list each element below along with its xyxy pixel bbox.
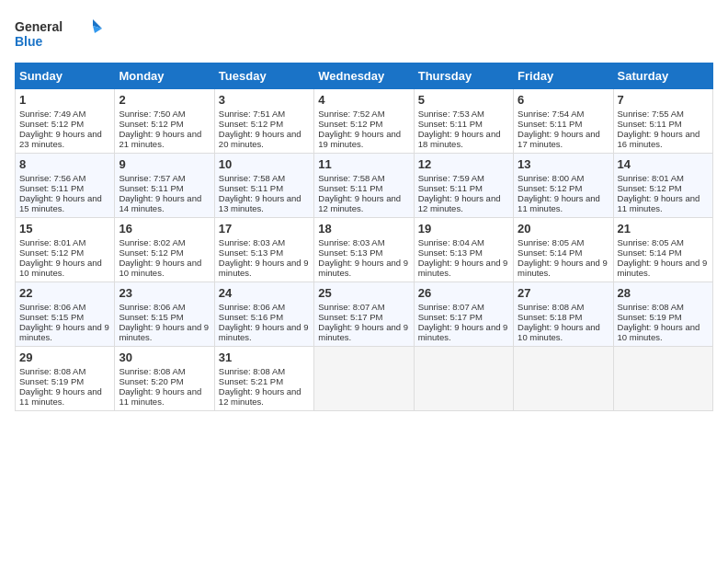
day-cell bbox=[613, 347, 712, 411]
daylight-text: Daylight: 9 hours and 11 minutes. bbox=[618, 193, 709, 213]
daylight-text: Daylight: 9 hours and 21 minutes. bbox=[119, 129, 210, 149]
sunrise-text: Sunrise: 8:06 AM bbox=[19, 302, 110, 312]
day-number: 8 bbox=[19, 157, 110, 171]
sunrise-text: Sunrise: 8:06 AM bbox=[119, 302, 210, 312]
daylight-text: Daylight: 9 hours and 12 minutes. bbox=[418, 193, 509, 213]
daylight-text: Daylight: 9 hours and 23 minutes. bbox=[19, 129, 110, 149]
day-cell: 20Sunrise: 8:05 AMSunset: 5:14 PMDayligh… bbox=[514, 218, 613, 282]
day-cell bbox=[514, 347, 613, 411]
col-header-saturday: Saturday bbox=[613, 63, 712, 89]
daylight-text: Daylight: 9 hours and 12 minutes. bbox=[318, 193, 409, 213]
week-row-4: 22Sunrise: 8:06 AMSunset: 5:15 PMDayligh… bbox=[16, 282, 713, 347]
sunset-text: Sunset: 5:11 PM bbox=[119, 183, 210, 193]
daylight-text: Daylight: 9 hours and 12 minutes. bbox=[219, 386, 310, 407]
day-cell: 17Sunrise: 8:03 AMSunset: 5:13 PMDayligh… bbox=[214, 218, 313, 282]
sunrise-text: Sunrise: 8:08 AM bbox=[518, 302, 609, 312]
day-cell: 25Sunrise: 8:07 AMSunset: 5:17 PMDayligh… bbox=[314, 282, 414, 347]
daylight-text: Daylight: 9 hours and 19 minutes. bbox=[318, 129, 409, 149]
day-cell: 22Sunrise: 8:06 AMSunset: 5:15 PMDayligh… bbox=[16, 282, 115, 347]
sunset-text: Sunset: 5:13 PM bbox=[418, 247, 509, 258]
day-number: 15 bbox=[19, 222, 110, 236]
day-cell: 28Sunrise: 8:08 AMSunset: 5:19 PMDayligh… bbox=[613, 282, 712, 347]
daylight-text: Daylight: 9 hours and 9 minutes. bbox=[418, 258, 509, 278]
sunset-text: Sunset: 5:12 PM bbox=[219, 119, 310, 129]
day-cell: 9Sunrise: 7:57 AMSunset: 5:11 PMDaylight… bbox=[115, 154, 214, 218]
sunrise-text: Sunrise: 7:53 AM bbox=[418, 109, 509, 119]
sunrise-text: Sunrise: 8:08 AM bbox=[119, 366, 210, 376]
day-number: 24 bbox=[219, 286, 310, 300]
sunrise-text: Sunrise: 7:57 AM bbox=[119, 173, 210, 183]
daylight-text: Daylight: 9 hours and 10 minutes. bbox=[518, 322, 609, 342]
day-cell bbox=[314, 347, 414, 411]
sunrise-text: Sunrise: 8:06 AM bbox=[219, 302, 310, 312]
sunset-text: Sunset: 5:17 PM bbox=[418, 312, 509, 322]
day-number: 3 bbox=[219, 93, 310, 107]
sunset-text: Sunset: 5:15 PM bbox=[119, 312, 210, 322]
sunrise-text: Sunrise: 8:02 AM bbox=[119, 237, 210, 247]
day-cell: 11Sunrise: 7:58 AMSunset: 5:11 PMDayligh… bbox=[314, 154, 414, 218]
day-number: 16 bbox=[119, 222, 210, 236]
day-cell: 2Sunrise: 7:50 AMSunset: 5:12 PMDaylight… bbox=[115, 89, 214, 154]
sunset-text: Sunset: 5:12 PM bbox=[119, 119, 210, 129]
day-number: 28 bbox=[618, 286, 709, 300]
week-row-1: 1Sunrise: 7:49 AMSunset: 5:12 PMDaylight… bbox=[16, 89, 713, 154]
day-cell: 4Sunrise: 7:52 AMSunset: 5:12 PMDaylight… bbox=[314, 89, 414, 154]
day-cell: 1Sunrise: 7:49 AMSunset: 5:12 PMDaylight… bbox=[16, 89, 115, 154]
daylight-text: Daylight: 9 hours and 17 minutes. bbox=[518, 129, 609, 149]
day-number: 5 bbox=[418, 93, 509, 107]
day-cell: 3Sunrise: 7:51 AMSunset: 5:12 PMDaylight… bbox=[214, 89, 313, 154]
daylight-text: Daylight: 9 hours and 18 minutes. bbox=[418, 129, 509, 149]
daylight-text: Daylight: 9 hours and 10 minutes. bbox=[19, 258, 110, 278]
sunset-text: Sunset: 5:11 PM bbox=[418, 119, 509, 129]
sunrise-text: Sunrise: 8:08 AM bbox=[219, 366, 310, 376]
sunset-text: Sunset: 5:20 PM bbox=[119, 376, 210, 386]
col-header-sunday: Sunday bbox=[16, 63, 115, 89]
daylight-text: Daylight: 9 hours and 20 minutes. bbox=[219, 129, 310, 149]
sunrise-text: Sunrise: 8:00 AM bbox=[518, 173, 609, 183]
day-cell: 24Sunrise: 8:06 AMSunset: 5:16 PMDayligh… bbox=[214, 282, 313, 347]
sunset-text: Sunset: 5:18 PM bbox=[518, 312, 609, 322]
daylight-text: Daylight: 9 hours and 9 minutes. bbox=[119, 322, 210, 342]
sunrise-text: Sunrise: 8:05 AM bbox=[518, 237, 609, 247]
sunrise-text: Sunrise: 8:04 AM bbox=[418, 237, 509, 247]
sunset-text: Sunset: 5:11 PM bbox=[219, 183, 310, 193]
day-number: 21 bbox=[618, 222, 709, 236]
sunset-text: Sunset: 5:12 PM bbox=[119, 247, 210, 258]
daylight-text: Daylight: 9 hours and 9 minutes. bbox=[518, 258, 609, 278]
day-number: 11 bbox=[318, 157, 409, 171]
sunrise-text: Sunrise: 8:03 AM bbox=[219, 237, 310, 247]
day-cell: 6Sunrise: 7:54 AMSunset: 5:11 PMDaylight… bbox=[514, 89, 613, 154]
sunset-text: Sunset: 5:12 PM bbox=[19, 247, 110, 258]
day-number: 29 bbox=[19, 350, 110, 364]
logo-svg: General Blue bbox=[15, 15, 107, 52]
col-header-tuesday: Tuesday bbox=[214, 63, 313, 89]
sunrise-text: Sunrise: 8:07 AM bbox=[318, 302, 409, 312]
day-cell: 29Sunrise: 8:08 AMSunset: 5:19 PMDayligh… bbox=[16, 347, 115, 411]
day-cell: 30Sunrise: 8:08 AMSunset: 5:20 PMDayligh… bbox=[115, 347, 214, 411]
day-cell: 8Sunrise: 7:56 AMSunset: 5:11 PMDaylight… bbox=[16, 154, 115, 218]
sunrise-text: Sunrise: 7:56 AM bbox=[19, 173, 110, 183]
day-number: 18 bbox=[318, 222, 409, 236]
header-row: SundayMondayTuesdayWednesdayThursdayFrid… bbox=[16, 63, 713, 89]
sunset-text: Sunset: 5:12 PM bbox=[318, 119, 409, 129]
day-number: 12 bbox=[418, 157, 509, 171]
day-cell: 5Sunrise: 7:53 AMSunset: 5:11 PMDaylight… bbox=[414, 89, 513, 154]
sunset-text: Sunset: 5:12 PM bbox=[618, 183, 709, 193]
daylight-text: Daylight: 9 hours and 9 minutes. bbox=[618, 258, 709, 278]
sunset-text: Sunset: 5:14 PM bbox=[518, 247, 609, 258]
sunrise-text: Sunrise: 7:50 AM bbox=[119, 109, 210, 119]
logo: General Blue bbox=[15, 15, 107, 52]
sunrise-text: Sunrise: 8:01 AM bbox=[19, 237, 110, 247]
daylight-text: Daylight: 9 hours and 11 minutes. bbox=[518, 193, 609, 213]
sunrise-text: Sunrise: 7:58 AM bbox=[219, 173, 310, 183]
day-cell bbox=[414, 347, 513, 411]
col-header-monday: Monday bbox=[115, 63, 214, 89]
day-number: 25 bbox=[318, 286, 409, 300]
sunset-text: Sunset: 5:11 PM bbox=[618, 119, 709, 129]
daylight-text: Daylight: 9 hours and 15 minutes. bbox=[19, 193, 110, 213]
day-number: 2 bbox=[119, 93, 210, 107]
sunset-text: Sunset: 5:19 PM bbox=[618, 312, 709, 322]
sunrise-text: Sunrise: 7:55 AM bbox=[618, 109, 709, 119]
day-number: 4 bbox=[318, 93, 409, 107]
day-cell: 18Sunrise: 8:03 AMSunset: 5:13 PMDayligh… bbox=[314, 218, 414, 282]
